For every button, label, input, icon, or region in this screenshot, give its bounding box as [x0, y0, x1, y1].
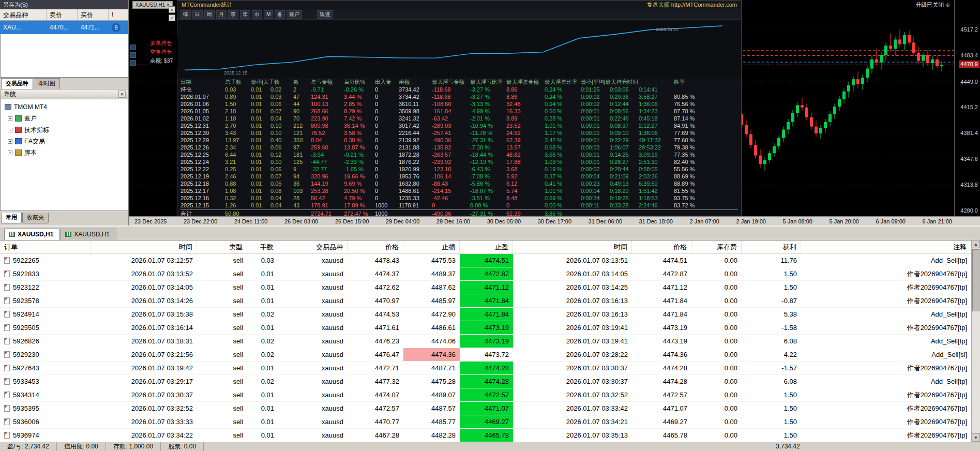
stats-header-cell[interactable]: 最大浮亏金额 — [432, 78, 470, 86]
stats-header-cell[interactable]: 最大浮盈比率 — [545, 78, 581, 86]
table-row[interactable]: 59255052026.01.07 03:16:14sell0.01xauusd… — [0, 321, 971, 335]
vertical-scrollbar[interactable]: ▲ ▼ — [971, 240, 980, 442]
tree-item-2[interactable]: 技术指标 — [1, 124, 128, 136]
stats-header-cell[interactable]: 最大浮盈金额 — [506, 78, 545, 86]
stats-row[interactable]: 2025.12.312.700.010.10212800.9836.14 %03… — [180, 122, 738, 129]
navigator-tab[interactable]: 常用 — [1, 213, 22, 223]
stats-row[interactable]: 2026.01.052.180.010.0790268.668.29 %0350… — [180, 108, 738, 115]
stats-header-cell[interactable]: 最小|大手数 — [251, 78, 293, 86]
navigator-tab[interactable]: 收藏夹 — [22, 213, 49, 223]
table-row[interactable]: 59369742026.01.07 03:34:22sell0.01xauusd… — [0, 429, 971, 442]
market-watch-col-symbol[interactable]: 交易品种 — [0, 9, 47, 20]
orders-column-header[interactable]: 价格 — [348, 240, 403, 253]
market-watch-row-xauusd[interactable]: XAU... 4470... 4471... 9 — [0, 21, 128, 34]
scrollbar-thumb[interactable] — [972, 249, 979, 311]
orders-column-header[interactable]: 交易品种 — [278, 240, 348, 253]
market-watch-tab[interactable]: 交易品种 — [1, 78, 33, 89]
time-axis[interactable]: 23 Dec 202523 Dec 22:0024 Dec 11:0026 De… — [129, 216, 980, 226]
stats-row[interactable]: 2025.12.160.320.010.042856.424.79 %01235… — [180, 194, 738, 202]
toolbar-button-年[interactable]: 年 — [240, 10, 250, 19]
chart-tab[interactable]: XAUUSD,H1 — [61, 229, 116, 240]
market-watch-col-alert[interactable]: ! — [109, 9, 128, 20]
expand-plus-icon[interactable] — [8, 116, 12, 121]
expand-plus-icon[interactable] — [8, 151, 12, 155]
table-row[interactable]: 59231222026.01.07 03:14:05sell0.01xauusd… — [0, 281, 971, 294]
stats-row[interactable]: 2026.01.021.180.010.0470223.907.42 %0324… — [180, 115, 738, 122]
orders-column-header[interactable]: 类型 — [197, 240, 247, 253]
chart-tab[interactable]: XAUUSD,H1 — [4, 229, 60, 240]
tree-item-4[interactable]: 脚本 — [1, 147, 128, 158]
stats-header-cell[interactable]: 百分比% — [344, 78, 375, 86]
table-row[interactable]: 59353952026.01.07 03:32:52sell0.01xauusd… — [0, 402, 971, 415]
orders-column-header[interactable]: 注释 — [801, 240, 971, 253]
toolbar-button-巾[interactable]: 巾 — [252, 10, 262, 19]
scroll-down-icon[interactable]: ▼ — [972, 433, 980, 442]
orders-column-header[interactable]: 时间 — [91, 240, 197, 253]
table-row[interactable]: 59292302026.01.07 03:21:56sell0.02xauusd… — [0, 348, 971, 362]
market-watch-col-ask[interactable]: 买价 — [78, 9, 109, 20]
orders-column-header[interactable]: 订单 — [0, 240, 91, 253]
stats-row[interactable]: 2025.12.220.250.010.069-32.77-1.65 %0192… — [180, 166, 738, 173]
toolbar-button-备[interactable]: 备 — [275, 10, 285, 19]
table-row[interactable]: 59249142026.01.07 03:15:38sell0.02xauusd… — [0, 308, 971, 321]
stats-row[interactable]: 2025.12.243.210.010.10125-44.77-2.33 %01… — [180, 158, 738, 166]
orders-column-header[interactable]: 库存费 — [691, 240, 742, 253]
stats-row[interactable]: 2025.12.151.260.010.0443178.9117.89 %100… — [180, 202, 738, 209]
stats-row[interactable]: 2025.12.180.880.010.0536144.199.69 %0163… — [180, 180, 738, 187]
table-row[interactable]: 59343142026.01.07 03:30:37sell0.01xauusd… — [0, 388, 971, 402]
toolbar-button-日[interactable]: 日 — [192, 10, 203, 19]
toolbar-button-月[interactable]: 月 — [216, 10, 227, 19]
chart-window-tab[interactable]: XAUUSD,H1 × — [132, 1, 173, 9]
stats-row[interactable]: 2026.01.061.500.010.0644100.132.85 %0361… — [180, 100, 738, 108]
stats-row[interactable]: 2026.01.070.890.010.0347124.313.44 %0373… — [180, 93, 738, 100]
expand-plus-icon[interactable] — [8, 139, 12, 144]
toolbar-icon[interactable] — [130, 52, 136, 58]
price-axis[interactable]: 4517.24483.44449.04415.24381.44347.64313… — [954, 0, 980, 216]
table-row[interactable]: 59360062026.01.07 03:33:33sell0.01xauusd… — [0, 415, 971, 429]
stats-row[interactable]: 2025.12.171.080.010.08103253.2820.50 %01… — [180, 187, 738, 194]
expand-plus-icon[interactable] — [8, 128, 12, 132]
toolbar-icon[interactable] — [130, 60, 136, 66]
close-icon[interactable]: × — [118, 91, 126, 98]
stats-row[interactable]: 持仓0.030.010.022-9.71-0.26 %03734.42-118.… — [180, 86, 738, 93]
stats-header-cell[interactable]: 余额 — [399, 78, 432, 86]
stats-header-cell[interactable]: 日期 — [180, 78, 225, 86]
market-watch-col-bid[interactable]: 卖价 — [47, 9, 78, 20]
scroll-up-icon[interactable]: ▲ — [972, 240, 980, 248]
stats-header-cell[interactable]: 盈亏金额 — [311, 78, 344, 86]
market-watch-tab[interactable]: 即时图 — [34, 78, 60, 89]
orders-column-header[interactable]: 止盈 — [460, 240, 513, 253]
toolbar-button-综[interactable]: 综 — [180, 10, 191, 19]
mtcommander-titlebar[interactable]: MTCommander统计 复盘大师 http://MTCommander.co… — [177, 1, 741, 9]
stats-row[interactable]: 2025.12.2913.970.010.403508.040.38 %0213… — [180, 137, 738, 144]
stats-header-cell[interactable]: 最小|平均|最大持仓时间 — [581, 78, 674, 86]
stats-header-cell[interactable]: 出入金 — [375, 78, 399, 86]
table-row[interactable]: 59222652026.01.07 03:12:57sell0.03xauusd… — [0, 254, 971, 267]
orders-column-header[interactable]: 手数 — [247, 240, 278, 253]
stats-header-cell[interactable]: 数 — [293, 78, 311, 86]
orders-column-header[interactable]: 获利 — [742, 240, 801, 253]
tree-item-1[interactable]: 账户 — [1, 113, 128, 124]
orders-column-header[interactable]: 时间 — [513, 240, 632, 253]
stats-header-cell[interactable]: 胜率 — [674, 78, 703, 86]
table-row[interactable]: 59268262026.01.07 03:18:31sell0.02xauusd… — [0, 335, 971, 348]
stats-header-cell[interactable]: 最大浮亏比率 — [470, 78, 506, 86]
toolbar-icon[interactable] — [130, 44, 136, 50]
stats-row[interactable]: 2025.12.303.430.010.1012176.523.58 %0221… — [180, 129, 738, 137]
toolbar-button-M[interactable]: M — [264, 10, 273, 19]
stats-row[interactable]: 2025.12.192.460.010.0794320.9619.66 %019… — [180, 173, 738, 180]
stats-row[interactable]: 2025.12.256.440.010.12181-3.94-0.21 %018… — [180, 151, 738, 158]
table-row[interactable]: 59276432026.01.07 03:19:42sell0.01xauusd… — [0, 362, 971, 375]
tree-item-3[interactable]: EA交易 — [1, 136, 128, 147]
collapse-icon[interactable]: × — [169, 6, 175, 13]
table-row[interactable]: 59334532026.01.07 03:29:17sell0.02xauusd… — [0, 375, 971, 388]
toolbar-button-账户[interactable]: 账户 — [287, 10, 302, 19]
toolbar-button-季[interactable]: 季 — [228, 10, 238, 19]
stats-header-cell[interactable]: 总手数 — [225, 78, 251, 86]
apply-icon[interactable]: ✓ — [169, 14, 175, 21]
stats-row[interactable]: 2025.12.262.340.010.0697259.6013.87 %021… — [180, 144, 738, 151]
tree-root-account[interactable]: TMGM MT4 — [1, 101, 128, 113]
mtcommander-site-link[interactable]: 复盘大师 http://MTCommander.com — [647, 1, 737, 9]
toolbar-button-track[interactable]: 轨迹 — [317, 10, 333, 19]
orders-column-header[interactable]: 价格 — [632, 240, 691, 253]
